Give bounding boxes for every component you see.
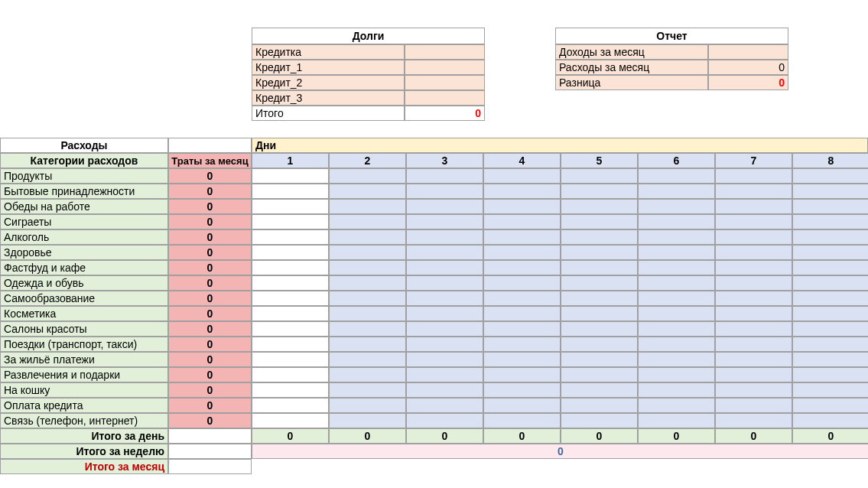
expense-cell[interactable] <box>715 321 792 337</box>
expense-cell[interactable] <box>252 260 329 275</box>
expense-cell[interactable] <box>561 199 638 214</box>
expense-cell[interactable] <box>715 413 792 428</box>
month-spend-value[interactable]: 0 <box>168 260 252 275</box>
expense-cell[interactable] <box>561 382 638 398</box>
expense-cell[interactable] <box>252 321 329 337</box>
expense-cell[interactable] <box>715 199 792 214</box>
month-spend-value[interactable]: 0 <box>168 275 252 291</box>
expense-cell[interactable] <box>406 321 483 337</box>
expense-cell[interactable] <box>638 321 715 337</box>
expense-cell[interactable] <box>483 275 561 291</box>
expense-cell[interactable] <box>252 184 329 199</box>
expense-cell[interactable] <box>252 398 329 413</box>
report-row-value[interactable]: 0 <box>708 60 788 75</box>
expense-cell[interactable] <box>329 245 406 260</box>
expense-cell[interactable] <box>406 398 483 413</box>
expense-cell[interactable] <box>406 260 483 275</box>
expense-cell[interactable] <box>792 168 868 184</box>
expense-cell[interactable] <box>792 214 868 229</box>
expense-cell[interactable] <box>561 291 638 306</box>
month-spend-value[interactable]: 0 <box>168 321 252 337</box>
expense-cell[interactable] <box>715 184 792 199</box>
expense-cell[interactable] <box>715 168 792 184</box>
expense-cell[interactable] <box>329 382 406 398</box>
expense-cell[interactable] <box>483 260 561 275</box>
month-spend-value[interactable]: 0 <box>168 214 252 229</box>
expense-cell[interactable] <box>792 367 868 382</box>
debts-row-label[interactable]: Кредит_2 <box>252 75 405 90</box>
debts-row-value[interactable] <box>405 60 485 75</box>
debts-row-value[interactable] <box>405 90 485 106</box>
expense-cell[interactable] <box>792 306 868 321</box>
expense-cell[interactable] <box>638 413 715 428</box>
expense-cell[interactable] <box>252 306 329 321</box>
expense-cell[interactable] <box>715 291 792 306</box>
expense-cell[interactable] <box>792 382 868 398</box>
expense-cell[interactable] <box>252 214 329 229</box>
expense-cell[interactable] <box>406 168 483 184</box>
report-row-label[interactable]: Разница <box>555 75 708 90</box>
expense-cell[interactable] <box>329 260 406 275</box>
debts-row-label[interactable]: Кредит_3 <box>252 90 405 106</box>
expense-cell[interactable] <box>561 398 638 413</box>
expense-cell[interactable] <box>638 352 715 367</box>
month-spend-value[interactable]: 0 <box>168 352 252 367</box>
expense-cell[interactable] <box>252 291 329 306</box>
report-row-value[interactable] <box>708 44 788 60</box>
expense-cell[interactable] <box>329 275 406 291</box>
expense-cell[interactable] <box>406 337 483 352</box>
expense-cell[interactable] <box>638 398 715 413</box>
expense-cell[interactable] <box>329 229 406 245</box>
expense-cell[interactable] <box>792 260 868 275</box>
expense-cell[interactable] <box>638 168 715 184</box>
expense-cell[interactable] <box>406 413 483 428</box>
expense-cell[interactable] <box>252 245 329 260</box>
expense-cell[interactable] <box>483 291 561 306</box>
expense-cell[interactable] <box>483 229 561 245</box>
expense-cell[interactable] <box>252 413 329 428</box>
expense-cell[interactable] <box>561 184 638 199</box>
expense-cell[interactable] <box>329 168 406 184</box>
expense-cell[interactable] <box>329 337 406 352</box>
month-spend-value[interactable]: 0 <box>168 245 252 260</box>
debts-row-value[interactable] <box>405 75 485 90</box>
expense-cell[interactable] <box>561 245 638 260</box>
expense-cell[interactable] <box>561 260 638 275</box>
expense-cell[interactable] <box>792 199 868 214</box>
expense-cell[interactable] <box>483 245 561 260</box>
expense-cell[interactable] <box>638 199 715 214</box>
debts-row-label[interactable]: Кредитка <box>252 44 405 60</box>
expense-cell[interactable] <box>483 214 561 229</box>
expense-cell[interactable] <box>561 214 638 229</box>
report-row-value[interactable]: 0 <box>708 75 788 90</box>
expense-cell[interactable] <box>715 337 792 352</box>
expense-cell[interactable] <box>638 260 715 275</box>
expense-cell[interactable] <box>792 337 868 352</box>
expense-cell[interactable] <box>406 367 483 382</box>
expense-cell[interactable] <box>638 214 715 229</box>
expense-cell[interactable] <box>406 229 483 245</box>
month-spend-value[interactable]: 0 <box>168 337 252 352</box>
expense-cell[interactable] <box>638 382 715 398</box>
expense-cell[interactable] <box>638 184 715 199</box>
expense-cell[interactable] <box>483 382 561 398</box>
expense-cell[interactable] <box>406 245 483 260</box>
expense-cell[interactable] <box>252 367 329 382</box>
month-spend-value[interactable]: 0 <box>168 398 252 413</box>
expense-cell[interactable] <box>792 229 868 245</box>
expense-cell[interactable] <box>329 413 406 428</box>
expense-cell[interactable] <box>483 306 561 321</box>
expense-cell[interactable] <box>483 367 561 382</box>
month-spend-value[interactable]: 0 <box>168 168 252 184</box>
expense-cell[interactable] <box>561 275 638 291</box>
expense-cell[interactable] <box>715 245 792 260</box>
month-spend-value[interactable]: 0 <box>168 382 252 398</box>
expense-cell[interactable] <box>483 321 561 337</box>
expense-cell[interactable] <box>792 291 868 306</box>
expense-cell[interactable] <box>638 367 715 382</box>
expense-cell[interactable] <box>483 199 561 214</box>
expense-cell[interactable] <box>329 184 406 199</box>
month-spend-value[interactable]: 0 <box>168 367 252 382</box>
expense-cell[interactable] <box>715 275 792 291</box>
expense-cell[interactable] <box>406 291 483 306</box>
